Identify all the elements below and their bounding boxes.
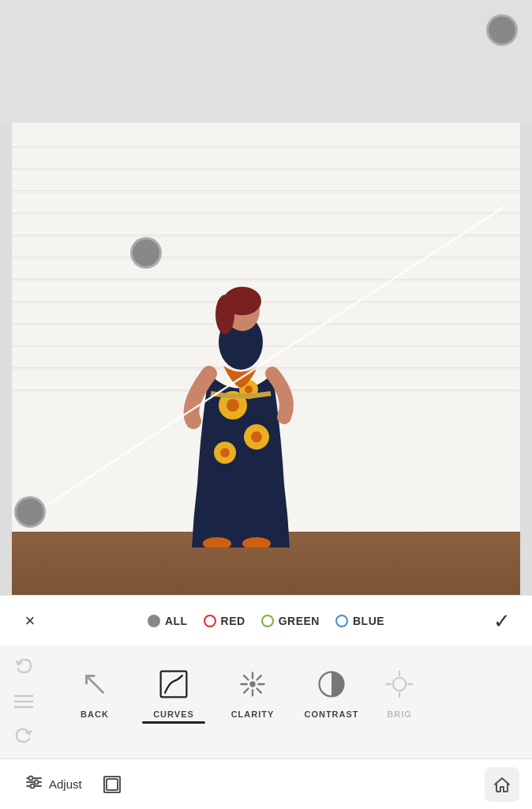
channel-blue[interactable]: BLUE (335, 615, 384, 627)
adjust-label: Adjust (49, 777, 82, 791)
back-icon (74, 664, 115, 705)
channel-green[interactable]: GREEN (261, 615, 320, 627)
channel-red-label: RED (221, 615, 245, 627)
siding-line (12, 168, 520, 169)
channel-blue-label: BLUE (353, 615, 384, 627)
channel-red[interactable]: RED (204, 615, 245, 627)
svg-point-20 (249, 681, 255, 687)
dot-green (261, 615, 274, 627)
crop-button[interactable] (95, 767, 129, 802)
tool-contrast[interactable]: CONTRAST (292, 657, 371, 722)
menu-button[interactable] (9, 687, 38, 716)
curve-handle-bottom-left[interactable] (14, 496, 46, 528)
dot-blue (335, 615, 348, 627)
undo-button[interactable] (9, 653, 38, 681)
brightness-icon (379, 664, 420, 705)
channel-all[interactable]: ALL (148, 615, 188, 627)
curves-channel-toolbar: × ALL RED GREEN BLUE ✓ (0, 595, 532, 645)
tool-back[interactable]: BACK (55, 657, 134, 722)
bottom-nav: Adjust (0, 758, 532, 809)
person-figure (154, 263, 328, 547)
contrast-label: CONTRAST (304, 709, 358, 719)
curve-handle-top-right[interactable] (486, 14, 518, 46)
tool-brightness[interactable]: BRIG (371, 657, 428, 722)
svg-point-11 (245, 386, 253, 393)
app-container: × ALL RED GREEN BLUE ✓ (0, 0, 532, 809)
svg-point-40 (31, 785, 35, 788)
dot-all (148, 615, 160, 627)
clarity-icon (232, 664, 273, 705)
svg-line-26 (257, 688, 260, 692)
siding-line (12, 190, 520, 191)
adjust-nav-button[interactable]: Adjust (13, 767, 95, 801)
svg-point-9 (251, 431, 262, 442)
siding-line (12, 213, 520, 213)
adjust-icon (25, 773, 43, 795)
siding-line (12, 257, 520, 258)
siding-line (12, 235, 520, 235)
image-area (0, 0, 532, 595)
svg-point-38 (29, 777, 33, 781)
photo-area (12, 122, 520, 595)
svg-line-27 (257, 675, 260, 679)
confirm-button[interactable]: ✓ (488, 607, 516, 635)
svg-point-10 (220, 448, 230, 457)
siding-line (12, 146, 520, 147)
dot-red (204, 615, 216, 627)
tool-curves[interactable]: CURVES (134, 657, 213, 722)
channel-all-label: ALL (165, 615, 188, 627)
svg-point-3 (215, 295, 234, 334)
side-panel (0, 645, 47, 758)
back-label: BACK (81, 709, 109, 719)
home-button[interactable] (485, 767, 519, 802)
tools-scroll: BACK CURVES (47, 645, 532, 730)
svg-point-39 (35, 781, 39, 785)
brightness-label: BRIG (387, 709, 412, 719)
tool-clarity[interactable]: CLARITY (213, 657, 292, 722)
active-indicator (142, 721, 205, 724)
curves-icon (153, 664, 194, 705)
contrast-icon (311, 664, 352, 705)
top-area (0, 0, 532, 122)
curve-handle-mid[interactable] (130, 237, 162, 269)
channel-options: ALL RED GREEN BLUE (54, 615, 478, 627)
redo-button[interactable] (9, 722, 38, 751)
svg-line-25 (244, 675, 248, 679)
clarity-label: CLARITY (231, 709, 275, 719)
tool-row: BACK CURVES (0, 645, 532, 758)
curves-label: CURVES (153, 709, 194, 719)
svg-point-30 (393, 678, 406, 690)
svg-point-8 (227, 399, 239, 412)
svg-line-28 (244, 688, 248, 692)
channel-green-label: GREEN (279, 615, 320, 627)
svg-rect-42 (107, 779, 118, 790)
close-button[interactable]: × (16, 607, 44, 635)
